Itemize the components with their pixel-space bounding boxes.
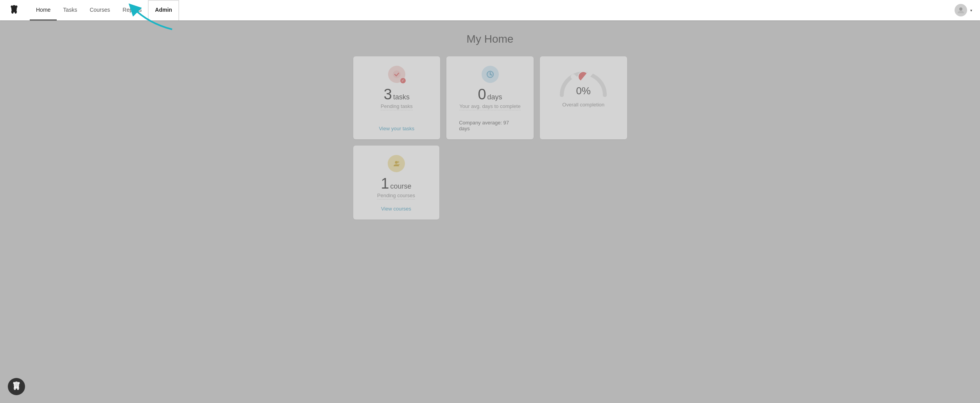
courses-label: Pending courses [377, 193, 415, 200]
gauge-container: 0% [556, 66, 611, 97]
courses-card: 1 course Pending courses View courses [353, 146, 439, 219]
days-number: 0 [478, 87, 486, 102]
cards-row-2: 1 course Pending courses View courses [353, 146, 627, 219]
tasks-count-row: 3 tasks [384, 87, 410, 102]
tasks-icon: ✓ [388, 66, 405, 83]
nav-reports[interactable]: Reports [116, 0, 148, 20]
tasks-card: ✓ 3 tasks Pending tasks View your tasks [353, 56, 441, 139]
navbar: Home Tasks Courses Reports Admin ▾ [0, 0, 980, 20]
courses-number: 1 [381, 176, 389, 191]
svg-point-14 [13, 382, 15, 384]
tasks-label: Pending tasks [381, 103, 413, 110]
days-card: 0 days Your avg. days to complete Compan… [446, 56, 534, 139]
svg-point-5 [959, 7, 962, 11]
tasks-badge: ✓ [400, 77, 406, 84]
svg-point-1 [11, 5, 13, 8]
nav-links: Home Tasks Courses Reports Admin [30, 0, 955, 20]
courses-count-row: 1 course [381, 176, 411, 191]
svg-point-6 [393, 70, 401, 78]
svg-point-12 [397, 161, 399, 163]
svg-point-2 [16, 5, 18, 8]
days-label: Your avg. days to complete [459, 103, 520, 110]
completion-card: 0% Overall completion [540, 56, 627, 139]
app-logo[interactable] [8, 4, 20, 16]
tasks-number: 3 [384, 87, 392, 102]
svg-point-16 [14, 386, 16, 390]
avatar-dropdown-chevron[interactable]: ▾ [970, 8, 972, 13]
gauge-badge-icon [578, 71, 589, 82]
gauge-label: Overall completion [562, 102, 604, 108]
courses-icon [388, 155, 405, 172]
nav-home[interactable]: Home [30, 0, 57, 20]
days-count-row: 0 days [478, 87, 502, 102]
nav-admin[interactable]: Admin [148, 0, 179, 20]
view-tasks-link[interactable]: View your tasks [379, 126, 414, 131]
tasks-unit: tasks [393, 93, 410, 101]
nav-right: ▾ [955, 4, 972, 16]
svg-point-11 [395, 161, 397, 164]
nav-courses[interactable]: Courses [83, 0, 116, 20]
gauge-percent: 0% [576, 85, 591, 97]
view-courses-link[interactable]: View courses [381, 206, 411, 212]
days-unit: days [487, 93, 502, 101]
page-title: My Home [467, 33, 514, 45]
company-average: Company average: 97 days [459, 120, 521, 131]
svg-point-15 [18, 382, 20, 384]
main-content: My Home ✓ 3 tasks Pending tasks View you… [0, 0, 980, 226]
bottom-logo [8, 378, 25, 395]
nav-tasks[interactable]: Tasks [57, 0, 83, 20]
user-avatar-button[interactable] [955, 4, 967, 16]
svg-point-4 [14, 10, 17, 14]
courses-unit: course [390, 182, 412, 191]
svg-point-17 [17, 386, 19, 390]
svg-point-3 [11, 10, 14, 14]
cards-row-1: ✓ 3 tasks Pending tasks View your tasks … [353, 56, 627, 139]
days-icon [482, 66, 499, 83]
